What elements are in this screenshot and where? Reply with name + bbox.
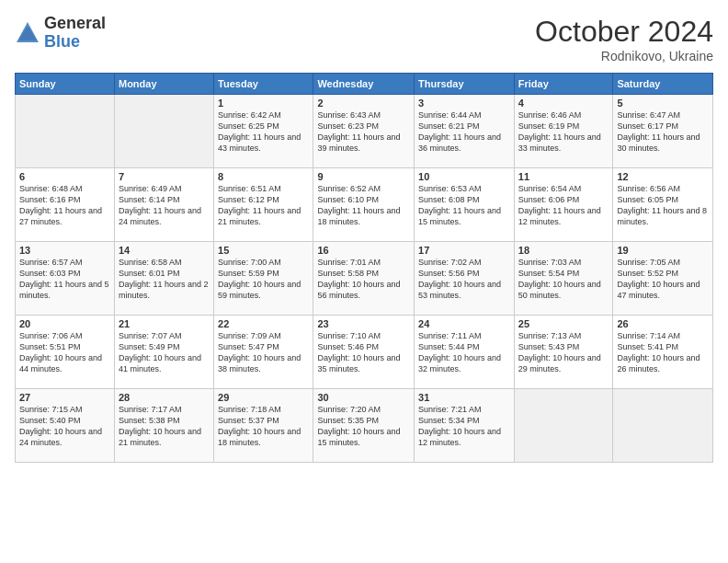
day-number: 5 xyxy=(617,98,709,109)
calendar-cell: 20Sunrise: 7:06 AM Sunset: 5:51 PM Dayli… xyxy=(16,316,115,389)
title-area: October 2024 Rodnikovo, Ukraine xyxy=(535,15,713,63)
day-header-tuesday: Tuesday xyxy=(214,74,313,95)
day-info: Sunrise: 7:13 AM Sunset: 5:43 PM Dayligh… xyxy=(518,330,609,375)
calendar-cell: 1Sunrise: 6:42 AM Sunset: 6:25 PM Daylig… xyxy=(214,95,313,168)
day-info: Sunrise: 6:52 AM Sunset: 6:10 PM Dayligh… xyxy=(317,183,410,228)
day-info: Sunrise: 6:54 AM Sunset: 6:06 PM Dayligh… xyxy=(518,183,609,228)
logo-general-text: General xyxy=(44,15,106,33)
day-info: Sunrise: 7:18 AM Sunset: 5:37 PM Dayligh… xyxy=(218,404,309,449)
day-number: 22 xyxy=(218,318,309,329)
calendar-cell: 7Sunrise: 6:49 AM Sunset: 6:14 PM Daylig… xyxy=(114,168,213,242)
day-info: Sunrise: 7:01 AM Sunset: 5:58 PM Dayligh… xyxy=(317,257,410,302)
month-title: October 2024 xyxy=(535,15,713,49)
calendar-cell: 4Sunrise: 6:46 AM Sunset: 6:19 PM Daylig… xyxy=(514,95,613,168)
calendar-cell: 29Sunrise: 7:18 AM Sunset: 5:37 PM Dayli… xyxy=(214,389,313,463)
calendar-cell: 18Sunrise: 7:03 AM Sunset: 5:54 PM Dayli… xyxy=(514,242,613,316)
day-info: Sunrise: 6:44 AM Sunset: 6:21 PM Dayligh… xyxy=(418,109,510,155)
day-info: Sunrise: 6:48 AM Sunset: 6:16 PM Dayligh… xyxy=(19,183,110,228)
day-info: Sunrise: 6:53 AM Sunset: 6:08 PM Dayligh… xyxy=(418,183,510,228)
calendar-cell: 21Sunrise: 7:07 AM Sunset: 5:49 PM Dayli… xyxy=(114,316,213,389)
day-number: 17 xyxy=(418,245,510,256)
calendar-cell: 9Sunrise: 6:52 AM Sunset: 6:10 PM Daylig… xyxy=(313,168,415,242)
calendar-cell: 30Sunrise: 7:20 AM Sunset: 5:35 PM Dayli… xyxy=(313,389,415,463)
day-info: Sunrise: 6:51 AM Sunset: 6:12 PM Dayligh… xyxy=(218,183,309,228)
calendar-cell: 8Sunrise: 6:51 AM Sunset: 6:12 PM Daylig… xyxy=(214,168,313,242)
calendar-cell xyxy=(514,389,613,463)
day-info: Sunrise: 7:07 AM Sunset: 5:49 PM Dayligh… xyxy=(119,330,210,375)
calendar-cell xyxy=(16,95,115,168)
logo-icon xyxy=(15,20,40,46)
day-info: Sunrise: 7:03 AM Sunset: 5:54 PM Dayligh… xyxy=(518,257,609,302)
day-number: 31 xyxy=(418,392,510,403)
calendar-week-5: 27Sunrise: 7:15 AM Sunset: 5:40 PM Dayli… xyxy=(16,389,713,463)
day-info: Sunrise: 7:11 AM Sunset: 5:44 PM Dayligh… xyxy=(418,330,510,375)
calendar-cell: 23Sunrise: 7:10 AM Sunset: 5:46 PM Dayli… xyxy=(313,316,415,389)
calendar-week-1: 1Sunrise: 6:42 AM Sunset: 6:25 PM Daylig… xyxy=(16,95,713,168)
day-number: 11 xyxy=(518,171,609,182)
day-info: Sunrise: 7:14 AM Sunset: 5:41 PM Dayligh… xyxy=(617,330,709,375)
day-number: 21 xyxy=(119,318,210,329)
day-number: 2 xyxy=(317,98,410,109)
day-info: Sunrise: 6:42 AM Sunset: 6:25 PM Dayligh… xyxy=(218,109,309,155)
calendar-header-row: SundayMondayTuesdayWednesdayThursdayFrid… xyxy=(16,74,713,95)
day-number: 13 xyxy=(19,245,110,256)
calendar-cell: 15Sunrise: 7:00 AM Sunset: 5:59 PM Dayli… xyxy=(214,242,313,316)
calendar-week-3: 13Sunrise: 6:57 AM Sunset: 6:03 PM Dayli… xyxy=(16,242,713,316)
day-number: 3 xyxy=(418,98,510,109)
calendar-cell: 12Sunrise: 6:56 AM Sunset: 6:05 PM Dayli… xyxy=(613,168,713,242)
day-number: 16 xyxy=(317,245,410,256)
page-header: General Blue October 2024 Rodnikovo, Ukr… xyxy=(15,15,713,63)
day-info: Sunrise: 7:06 AM Sunset: 5:51 PM Dayligh… xyxy=(19,330,110,375)
calendar-cell: 10Sunrise: 6:53 AM Sunset: 6:08 PM Dayli… xyxy=(415,168,515,242)
day-number: 26 xyxy=(617,318,709,329)
calendar-cell: 3Sunrise: 6:44 AM Sunset: 6:21 PM Daylig… xyxy=(415,95,515,168)
day-info: Sunrise: 7:21 AM Sunset: 5:34 PM Dayligh… xyxy=(418,404,510,449)
calendar-cell: 11Sunrise: 6:54 AM Sunset: 6:06 PM Dayli… xyxy=(514,168,613,242)
day-number: 24 xyxy=(418,318,510,329)
day-number: 25 xyxy=(518,318,609,329)
calendar-cell: 26Sunrise: 7:14 AM Sunset: 5:41 PM Dayli… xyxy=(613,316,713,389)
day-number: 1 xyxy=(218,98,309,109)
svg-marker-1 xyxy=(18,26,37,40)
day-number: 27 xyxy=(19,392,110,403)
calendar-cell: 16Sunrise: 7:01 AM Sunset: 5:58 PM Dayli… xyxy=(313,242,415,316)
day-info: Sunrise: 7:05 AM Sunset: 5:52 PM Dayligh… xyxy=(617,257,709,302)
day-number: 12 xyxy=(617,171,709,182)
day-info: Sunrise: 6:46 AM Sunset: 6:19 PM Dayligh… xyxy=(518,109,609,155)
calendar-cell: 24Sunrise: 7:11 AM Sunset: 5:44 PM Dayli… xyxy=(415,316,515,389)
calendar-cell: 22Sunrise: 7:09 AM Sunset: 5:47 PM Dayli… xyxy=(214,316,313,389)
day-number: 4 xyxy=(518,98,609,109)
calendar-cell: 28Sunrise: 7:17 AM Sunset: 5:38 PM Dayli… xyxy=(114,389,213,463)
calendar-cell: 5Sunrise: 6:47 AM Sunset: 6:17 PM Daylig… xyxy=(613,95,713,168)
day-number: 19 xyxy=(617,245,709,256)
day-header-sunday: Sunday xyxy=(16,74,115,95)
day-header-thursday: Thursday xyxy=(415,74,515,95)
calendar-table: SundayMondayTuesdayWednesdayThursdayFrid… xyxy=(15,73,713,463)
day-header-monday: Monday xyxy=(114,74,213,95)
calendar-cell: 31Sunrise: 7:21 AM Sunset: 5:34 PM Dayli… xyxy=(415,389,515,463)
day-number: 8 xyxy=(218,171,309,182)
day-number: 9 xyxy=(317,171,410,182)
day-header-wednesday: Wednesday xyxy=(313,74,415,95)
logo-blue-text: Blue xyxy=(44,33,106,52)
day-number: 29 xyxy=(218,392,309,403)
day-info: Sunrise: 7:09 AM Sunset: 5:47 PM Dayligh… xyxy=(218,330,309,375)
calendar-week-4: 20Sunrise: 7:06 AM Sunset: 5:51 PM Dayli… xyxy=(16,316,713,389)
day-info: Sunrise: 6:56 AM Sunset: 6:05 PM Dayligh… xyxy=(617,183,709,228)
calendar-cell: 13Sunrise: 6:57 AM Sunset: 6:03 PM Dayli… xyxy=(16,242,115,316)
day-number: 14 xyxy=(119,245,210,256)
day-number: 10 xyxy=(418,171,510,182)
day-number: 7 xyxy=(119,171,210,182)
calendar-week-2: 6Sunrise: 6:48 AM Sunset: 6:16 PM Daylig… xyxy=(16,168,713,242)
day-number: 15 xyxy=(218,245,309,256)
calendar-cell: 2Sunrise: 6:43 AM Sunset: 6:23 PM Daylig… xyxy=(313,95,415,168)
day-info: Sunrise: 6:47 AM Sunset: 6:17 PM Dayligh… xyxy=(617,109,709,155)
day-info: Sunrise: 7:02 AM Sunset: 5:56 PM Dayligh… xyxy=(418,257,510,302)
calendar-cell: 17Sunrise: 7:02 AM Sunset: 5:56 PM Dayli… xyxy=(415,242,515,316)
day-info: Sunrise: 7:17 AM Sunset: 5:38 PM Dayligh… xyxy=(119,404,210,449)
calendar-cell: 27Sunrise: 7:15 AM Sunset: 5:40 PM Dayli… xyxy=(16,389,115,463)
day-number: 30 xyxy=(317,392,410,403)
calendar-cell xyxy=(613,389,713,463)
day-number: 20 xyxy=(19,318,110,329)
calendar-cell xyxy=(114,95,213,168)
